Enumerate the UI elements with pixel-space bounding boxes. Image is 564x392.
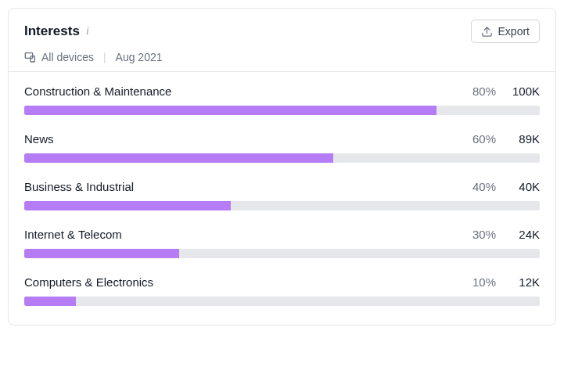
row-header: Internet & Telecom 30% 24K xyxy=(24,228,540,241)
bar-fill xyxy=(24,201,231,210)
bar-track xyxy=(24,106,540,115)
row-header: News 60% 89K xyxy=(24,132,540,146)
row-header: Construction & Maintenance 80% 100K xyxy=(24,85,540,98)
bar-track xyxy=(24,201,540,210)
list-item: Internet & Telecom 30% 24K xyxy=(24,228,540,258)
devices-icon xyxy=(24,51,37,63)
row-label: Internet & Telecom xyxy=(24,228,472,241)
bar-fill xyxy=(24,249,179,258)
devices-label: All devices xyxy=(41,51,94,63)
row-percent: 60% xyxy=(472,132,496,146)
row-percent: 80% xyxy=(472,85,496,98)
row-label: Business & Industrial xyxy=(24,180,472,193)
row-value: 12K xyxy=(505,275,540,289)
page-title: Interests xyxy=(24,23,80,39)
bar-track xyxy=(24,249,540,258)
list-item: Computers & Electronics 10% 12K xyxy=(24,275,540,306)
bar-fill xyxy=(24,297,76,306)
row-value: 89K xyxy=(505,132,540,146)
row-value: 24K xyxy=(505,228,540,241)
list-item: Business & Industrial 40% 40K xyxy=(24,180,540,210)
info-icon[interactable]: i xyxy=(86,26,89,37)
separator: | xyxy=(103,51,106,63)
bar-track xyxy=(24,297,540,306)
row-value: 100K xyxy=(505,85,540,98)
row-label: Computers & Electronics xyxy=(24,275,472,289)
title-wrap: Interests i xyxy=(24,23,89,39)
row-header: Computers & Electronics 10% 12K xyxy=(24,275,540,289)
row-percent: 10% xyxy=(472,275,496,289)
bar-fill xyxy=(24,153,333,163)
card-body: Construction & Maintenance 80% 100K News… xyxy=(9,72,555,325)
bar-fill xyxy=(24,106,436,115)
row-percent: 40% xyxy=(472,180,496,193)
export-label: Export xyxy=(498,25,530,38)
list-item: News 60% 89K xyxy=(24,132,540,163)
row-value: 40K xyxy=(505,180,540,193)
interests-card: Interests i Export xyxy=(8,8,556,325)
row-label: Construction & Maintenance xyxy=(24,85,472,98)
row-header: Business & Industrial 40% 40K xyxy=(24,180,540,193)
header-sub: All devices | Aug 2021 xyxy=(24,51,540,63)
date-label: Aug 2021 xyxy=(116,51,163,63)
card-header: Interests i Export xyxy=(9,9,555,72)
list-item: Construction & Maintenance 80% 100K xyxy=(24,85,540,115)
row-label: News xyxy=(24,132,472,146)
bar-track xyxy=(24,153,540,163)
row-percent: 30% xyxy=(472,228,496,241)
export-icon xyxy=(481,26,493,38)
export-button[interactable]: Export xyxy=(471,20,540,43)
devices-filter[interactable]: All devices xyxy=(24,51,94,63)
header-top: Interests i Export xyxy=(24,20,540,43)
